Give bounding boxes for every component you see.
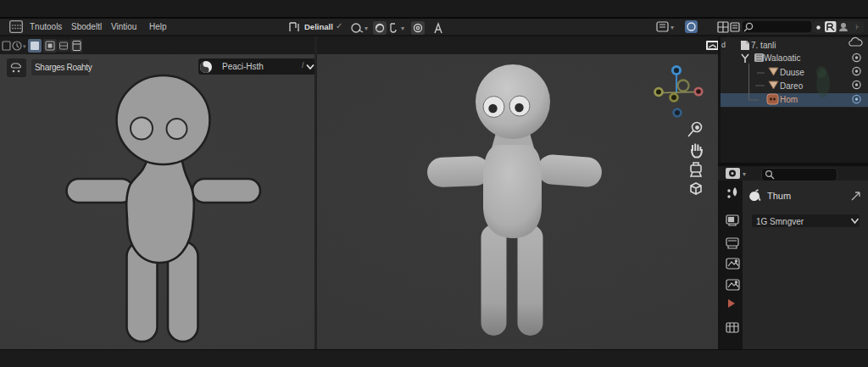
svg-text:▾: ▾ (670, 24, 674, 31)
svg-text:▾: ▾ (364, 25, 368, 32)
svg-text:▾: ▾ (743, 170, 746, 178)
svg-text:▾: ▾ (23, 43, 26, 49)
svg-text:▾: ▾ (401, 25, 404, 32)
svg-text:⊦: ⊦ (855, 23, 860, 31)
